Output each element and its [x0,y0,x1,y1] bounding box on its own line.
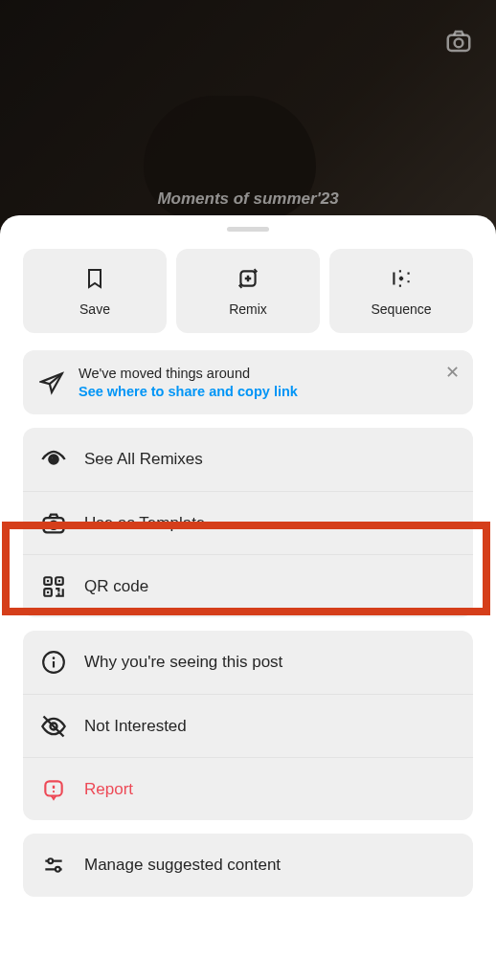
menu-section-1: See All Remixes Use as Template [23,428,473,617]
svg-rect-12 [47,590,49,592]
svg-point-1 [455,39,463,48]
menu-section-2: Why you're seeing this post Not Interest… [23,631,473,820]
not-interested-label: Not Interested [84,717,187,736]
save-label: Save [79,301,110,317]
qr-code-label: QR code [84,577,148,596]
svg-rect-0 [448,35,470,51]
send-icon [38,369,65,396]
info-icon [40,649,67,676]
top-actions-row: Save Remix Sequence [0,249,496,333]
camera-outline-icon [40,510,67,537]
use-as-template-label: Use as Template [84,514,205,533]
why-seeing-label: Why you're seeing this post [84,653,282,672]
sliders-icon [40,852,67,879]
remix-label: Remix [229,301,267,317]
camera-icon[interactable] [444,27,473,56]
remix-icon [235,265,261,292]
manage-suggested-label: Manage suggested content [84,856,281,875]
info-banner-link[interactable]: See where to share and copy link [79,384,458,399]
save-button[interactable]: Save [23,249,167,333]
action-sheet: Save Remix Sequence [0,215,496,980]
sheet-handle[interactable] [227,227,269,232]
svg-rect-10 [47,579,49,581]
report-icon [40,776,67,803]
svg-point-19 [56,867,60,872]
sequence-icon [388,265,415,292]
info-banner[interactable]: We've moved things around See where to s… [23,350,473,414]
info-banner-title: We've moved things around [79,366,458,381]
menu-section-3: Manage suggested content [23,834,473,897]
close-icon[interactable]: ✕ [445,364,460,381]
use-as-template-item[interactable]: Use as Template [23,491,473,554]
eye-remix-icon [40,446,67,473]
svg-rect-11 [58,579,60,581]
sequence-label: Sequence [371,301,431,317]
svg-point-17 [53,791,55,792]
svg-point-4 [51,457,54,459]
manage-suggested-item[interactable]: Manage suggested content [23,834,473,897]
svg-point-14 [53,657,56,659]
svg-rect-5 [44,518,64,532]
reel-caption: Moments of summer'23 [0,189,496,209]
remix-button[interactable]: Remix [176,249,320,333]
sequence-button[interactable]: Sequence [329,249,473,333]
svg-point-18 [48,858,53,863]
qr-code-icon [40,573,67,600]
report-label: Report [84,780,133,799]
see-all-remixes-label: See All Remixes [84,450,203,469]
not-interested-item[interactable]: Not Interested [23,694,473,757]
info-banner-text: We've moved things around See where to s… [79,366,458,399]
see-all-remixes-item[interactable]: See All Remixes [23,428,473,491]
bookmark-icon [81,265,108,292]
svg-point-6 [50,521,57,528]
report-item[interactable]: Report [23,757,473,820]
why-seeing-item[interactable]: Why you're seeing this post [23,631,473,694]
eye-off-icon [40,713,67,740]
qr-code-item[interactable]: QR code [23,554,473,617]
